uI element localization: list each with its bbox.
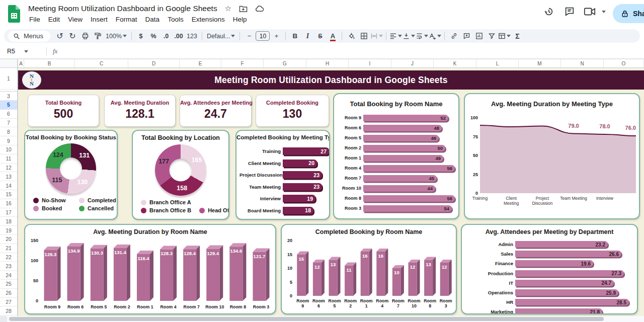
insert-chart-button[interactable]	[473, 31, 485, 42]
vertical-align-button[interactable]	[403, 31, 415, 42]
chart-completed-by-room[interactable]: Completed Booking by Room Name 051015201…	[281, 224, 457, 314]
kpi-card-avg-duration[interactable]: Avg. Meeting Duration 128.1	[104, 95, 176, 127]
row-header-10[interactable]: 10	[0, 145, 17, 154]
column-header-F[interactable]: F	[221, 59, 264, 67]
strikethrough-button[interactable]: S	[314, 31, 326, 42]
menu-file[interactable]: File	[25, 14, 44, 25]
currency-format-button[interactable]: $	[135, 31, 147, 42]
decrease-decimal-button[interactable]: .0	[160, 31, 172, 42]
column-header-D[interactable]: D	[128, 59, 180, 67]
row-header-13[interactable]: 13	[0, 172, 17, 181]
menu-tools[interactable]: Tools	[164, 14, 188, 25]
column-header-O[interactable]: O	[604, 59, 644, 67]
fill-color-button[interactable]	[345, 31, 357, 42]
column-header-N[interactable]: N	[561, 59, 604, 67]
italic-button[interactable]: I	[301, 31, 313, 42]
chart-duration-by-meeting-type[interactable]: Avg. Meeting Duration by Meeting Type 02…	[464, 93, 640, 219]
row-header-3[interactable]: 3	[0, 92, 17, 101]
menu-view[interactable]: View	[64, 14, 87, 25]
horizontal-align-button[interactable]	[389, 31, 402, 42]
column-header-B[interactable]: B	[24, 59, 75, 67]
undo-button[interactable]: ↺	[54, 31, 66, 42]
column-header-G[interactable]: G	[264, 59, 306, 67]
increase-decimal-button[interactable]: .00	[173, 31, 185, 42]
decrease-font-size-button[interactable]: −	[243, 31, 255, 42]
redo-button[interactable]: ↻	[66, 31, 78, 42]
print-button[interactable]	[79, 31, 91, 42]
toolbar-search-menus[interactable]: Menus	[8, 31, 50, 42]
text-wrap-button[interactable]	[416, 31, 428, 42]
column-header-M[interactable]: M	[519, 59, 561, 67]
kpi-card-total-booking[interactable]: Total Booking 500	[28, 95, 99, 127]
row-header-6[interactable]: 6	[0, 110, 17, 119]
menu-format[interactable]: Format	[112, 14, 141, 25]
row-header-14[interactable]: 14	[0, 181, 17, 190]
spreadsheet-canvas[interactable]: NtN Meeting Room Utilization Dashboard i…	[18, 68, 644, 316]
column-header-L[interactable]: L	[476, 59, 519, 67]
kpi-card-completed-booking[interactable]: Completed Booking 130	[256, 95, 329, 127]
row-header-23[interactable]: 23	[0, 262, 17, 271]
row-header-11[interactable]: 11	[0, 154, 17, 164]
row-header-16[interactable]: 16	[0, 199, 17, 208]
functions-button[interactable]: Σ	[511, 31, 523, 42]
increase-font-size-button[interactable]: +	[270, 31, 282, 42]
row-header-7[interactable]: 7	[0, 119, 17, 128]
row-header-21[interactable]: 21	[0, 244, 17, 253]
row-header-20[interactable]: 20	[0, 235, 17, 244]
row-header-5[interactable]: 5	[0, 101, 17, 110]
zoom-select[interactable]: 100%	[104, 31, 128, 42]
chart-booking-location[interactable]: Total Booking by Location 165158177Branc…	[132, 130, 229, 220]
text-rotation-button[interactable]	[429, 31, 441, 42]
document-title[interactable]: Meeting Room Utilization Dashboard in Go…	[28, 4, 217, 13]
column-header-H[interactable]: H	[306, 59, 349, 67]
row-header-8[interactable]: 8	[0, 127, 17, 136]
share-button[interactable]: Share	[613, 4, 644, 23]
cloud-status-icon[interactable]	[255, 5, 264, 12]
row-header-18[interactable]: 18	[0, 217, 17, 226]
bold-button[interactable]: B	[289, 31, 301, 42]
row-header-9[interactable]: 9	[0, 136, 17, 145]
menu-insert[interactable]: Insert	[87, 14, 112, 25]
column-header-C[interactable]: C	[75, 59, 128, 67]
row-header-26[interactable]: 26	[0, 289, 17, 298]
menu-extensions[interactable]: Extensions	[188, 14, 229, 25]
column-header-I[interactable]: I	[349, 59, 391, 67]
row-header-12[interactable]: 12	[0, 164, 17, 173]
text-color-button[interactable]: A	[327, 31, 339, 42]
row-header-15[interactable]: 15	[0, 190, 17, 199]
chart-completed-by-meeting-type[interactable]: Completed Booking by Meeting Type Traini…	[235, 130, 330, 220]
percent-format-button[interactable]: %	[147, 31, 159, 42]
version-history-icon[interactable]	[543, 6, 554, 17]
column-header-A[interactable]: A	[18, 59, 24, 67]
row-header-19[interactable]: 19	[0, 226, 17, 235]
comments-icon[interactable]	[564, 6, 575, 17]
meet-dropdown-caret[interactable]	[602, 11, 606, 13]
row-header-17[interactable]: 17	[0, 208, 17, 217]
insert-comment-button[interactable]	[460, 31, 472, 42]
meet-video-icon[interactable]	[584, 7, 596, 17]
paint-format-button[interactable]	[92, 31, 104, 42]
borders-button[interactable]	[358, 31, 370, 42]
menu-data[interactable]: Data	[141, 14, 164, 25]
create-filter-button[interactable]	[486, 31, 498, 42]
menu-help[interactable]: Help	[229, 14, 251, 25]
row-header-24[interactable]: 24	[0, 271, 17, 280]
google-sheets-logo[interactable]	[7, 5, 21, 23]
horizontal-scrollbar[interactable]	[0, 316, 644, 322]
select-all-corner[interactable]	[0, 59, 18, 67]
more-formats-button[interactable]: 123	[185, 31, 199, 42]
row-header-27[interactable]: 27	[0, 298, 17, 307]
star-icon[interactable]: ☆	[225, 4, 231, 13]
move-to-folder-icon[interactable]	[239, 5, 248, 13]
table-views-button[interactable]	[498, 31, 511, 42]
kpi-card-avg-attendees[interactable]: Avg. Attendees per Meeting 24.7	[180, 95, 252, 127]
name-box[interactable]: R5	[0, 48, 46, 55]
chart-duration-by-room[interactable]: Avg. Meeting Duration by Room Name 05010…	[24, 224, 276, 314]
row-header-28[interactable]: 28	[0, 306, 17, 315]
column-header-J[interactable]: J	[391, 59, 434, 67]
insert-link-button[interactable]	[448, 31, 460, 42]
font-size-input[interactable]: 10	[256, 31, 270, 41]
row-header-1[interactable]: 1	[0, 68, 17, 90]
menu-edit[interactable]: Edit	[44, 14, 64, 25]
chart-booking-status[interactable]: Total Booking by Booking Status 13113011…	[24, 130, 118, 220]
